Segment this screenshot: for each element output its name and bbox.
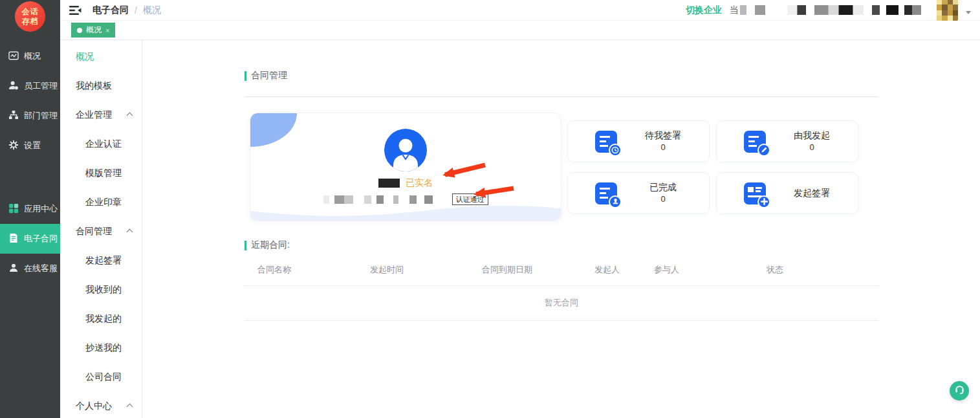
content-row: 概况 我的模板 企业管理 企业认证 模版管理 企业印章 合同管理 发起签署 我收… bbox=[60, 40, 980, 418]
sidebar-item-settings[interactable]: 设置 bbox=[0, 131, 60, 160]
submenu-item-enterprise-seal[interactable]: 企业印章 bbox=[60, 188, 142, 217]
recent-contracts-title: 近期合同: bbox=[245, 239, 980, 251]
sidebar-item-label: 应用中心 bbox=[24, 203, 58, 215]
overview-chart-icon bbox=[8, 50, 19, 63]
sidebar-item-overview[interactable]: 概况 bbox=[0, 41, 60, 71]
tab-bar: 概况 × bbox=[60, 21, 980, 40]
submenu-label: 企业认证 bbox=[85, 138, 122, 150]
stat-label: 由我发起 bbox=[793, 129, 831, 142]
sidebar-item-employees[interactable]: 员工管理 bbox=[0, 71, 60, 101]
submenu-group-personal-center[interactable]: 个人中心 bbox=[60, 391, 142, 418]
sidebar-item-label: 概况 bbox=[24, 50, 41, 62]
sidebar-item-label: 员工管理 bbox=[24, 80, 58, 92]
sidebar-item-e-contract[interactable]: 电子合同 bbox=[0, 224, 60, 254]
sidebar-fold-icon[interactable] bbox=[69, 5, 82, 16]
submenu-label: 发起签署 bbox=[85, 255, 122, 267]
tab-label: 概况 bbox=[86, 25, 102, 36]
breadcrumb-parent[interactable]: 电子合同 bbox=[93, 5, 129, 16]
submenu-label: 企业印章 bbox=[85, 197, 122, 208]
annotation-arrow-realname bbox=[435, 161, 490, 179]
submenu-label: 公司合同 bbox=[85, 371, 122, 383]
doc-plus-icon bbox=[744, 182, 766, 204]
breadcrumb: 电子合同 / 概况 bbox=[93, 5, 161, 16]
stat-count: 0 bbox=[793, 142, 831, 154]
current-enterprise-prefix: 当 bbox=[730, 5, 739, 16]
col-initiated-time: 发起时间 bbox=[357, 264, 469, 276]
submenu-group-contract-mgmt[interactable]: 合同管理 bbox=[60, 217, 142, 246]
chevron-up-icon bbox=[127, 404, 133, 410]
doc-stamp-icon bbox=[595, 182, 617, 204]
logo-line1: 会话 bbox=[22, 7, 39, 16]
tab-active-dot-icon bbox=[77, 28, 82, 33]
section-title-bar bbox=[245, 241, 246, 250]
stat-label: 已完成 bbox=[644, 181, 682, 193]
online-service-icon bbox=[8, 263, 19, 275]
tab-close-icon[interactable]: × bbox=[105, 27, 109, 34]
employee-icon bbox=[8, 80, 19, 93]
sidebar-item-label: 在线客服 bbox=[24, 263, 58, 274]
col-participants: 参与人 bbox=[641, 264, 754, 276]
recent-contracts-table: 合同名称 发起时间 合同到期日期 发起人 参与人 状态 暂无合同 bbox=[245, 264, 878, 321]
corner-decoration bbox=[250, 113, 297, 147]
stat-card-grid: 待我签署 0 由我发起 0 bbox=[567, 120, 858, 214]
submenu-item-enterprise-auth[interactable]: 企业认证 bbox=[60, 129, 142, 159]
submenu-label: 我的模板 bbox=[76, 80, 112, 92]
section-title-bar bbox=[245, 71, 246, 81]
doc-clock-icon bbox=[595, 131, 617, 153]
stat-card-awaiting-my-signature[interactable]: 待我签署 0 bbox=[567, 120, 710, 162]
chevron-up-icon bbox=[127, 229, 133, 236]
sidebar-item-departments[interactable]: 部门管理 bbox=[0, 101, 60, 131]
main-content: 合同管理 已实名 bbox=[142, 40, 980, 418]
sidebar-spacer bbox=[0, 160, 60, 194]
recent-contracts-section: 近期合同: 合同名称 发起时间 合同到期日期 发起人 参与人 状态 暂无合同 bbox=[245, 239, 980, 321]
app-window: 会话 存档 概况 员工管理 部门管理 bbox=[0, 0, 980, 418]
user-menu-caret-icon[interactable] bbox=[966, 11, 971, 14]
realname-verified-badge: 已实名 bbox=[406, 177, 433, 189]
submenu-item-cc-to-me[interactable]: 抄送我的 bbox=[60, 333, 142, 362]
stat-card-initiated-by-me[interactable]: 由我发起 0 bbox=[716, 120, 858, 162]
submenu-group-enterprise-mgmt[interactable]: 企业管理 bbox=[60, 100, 142, 129]
department-icon bbox=[8, 110, 19, 122]
profile-avatar bbox=[384, 129, 427, 171]
user-avatar[interactable] bbox=[937, 0, 958, 21]
annotation-arrow-auth bbox=[468, 185, 518, 199]
switch-enterprise-link[interactable]: 切换企业 bbox=[686, 5, 722, 16]
doc-edit-icon bbox=[744, 131, 766, 153]
e-contract-icon bbox=[8, 233, 19, 245]
col-expiry-date: 合同到期日期 bbox=[469, 264, 582, 276]
redacted-company-name bbox=[323, 195, 446, 204]
right-column: 电子合同 / 概况 切换企业 当 概况 × bbox=[60, 0, 980, 418]
current-enterprise: 当 bbox=[730, 5, 929, 16]
submenu-label: 抄送我的 bbox=[85, 342, 122, 354]
sidebar-item-label: 电子合同 bbox=[24, 233, 58, 245]
sidebar-item-label: 部门管理 bbox=[24, 110, 58, 122]
table-header-row: 合同名称 发起时间 合同到期日期 发起人 参与人 状态 bbox=[245, 264, 878, 286]
submenu-item-company-contracts[interactable]: 公司合同 bbox=[60, 362, 142, 391]
submenu-item-received[interactable]: 我收到的 bbox=[60, 275, 142, 304]
submenu-item-template-mgmt[interactable]: 模版管理 bbox=[60, 159, 142, 188]
submenu-item-overview[interactable]: 概况 bbox=[60, 42, 142, 71]
submenu-label: 模版管理 bbox=[85, 168, 122, 179]
stat-card-completed[interactable]: 已完成 0 bbox=[567, 172, 710, 214]
cards-row: 已实名 认证通过 bbox=[245, 113, 878, 221]
section-divider bbox=[245, 96, 878, 97]
submenu-item-initiate-sign[interactable]: 发起签署 bbox=[60, 246, 142, 275]
stat-count: 0 bbox=[644, 142, 682, 154]
redacted-enterprise-name bbox=[740, 5, 929, 15]
primary-sidebar: 会话 存档 概况 员工管理 部门管理 bbox=[0, 0, 60, 418]
submenu-item-my-templates[interactable]: 我的模板 bbox=[60, 71, 142, 100]
topbar-right: 切换企业 当 bbox=[686, 0, 971, 21]
submenu-item-initiated-by-me[interactable]: 我发起的 bbox=[60, 304, 142, 333]
stat-count: 0 bbox=[644, 193, 682, 206]
chevron-up-icon bbox=[127, 113, 133, 119]
submenu-label: 我发起的 bbox=[85, 313, 122, 325]
contract-mgmt-section-title: 合同管理 bbox=[245, 70, 980, 82]
sidebar-item-online-service[interactable]: 在线客服 bbox=[0, 254, 60, 283]
customer-service-button[interactable] bbox=[950, 381, 969, 401]
redacted-user-name bbox=[378, 179, 400, 188]
tab-overview[interactable]: 概况 × bbox=[71, 23, 115, 38]
sidebar-item-app-center[interactable]: 应用中心 bbox=[0, 194, 60, 224]
stat-card-start-signing[interactable]: 发起签署 bbox=[716, 172, 858, 214]
table-empty-state: 暂无合同 bbox=[245, 286, 878, 321]
breadcrumb-separator: / bbox=[135, 5, 137, 16]
